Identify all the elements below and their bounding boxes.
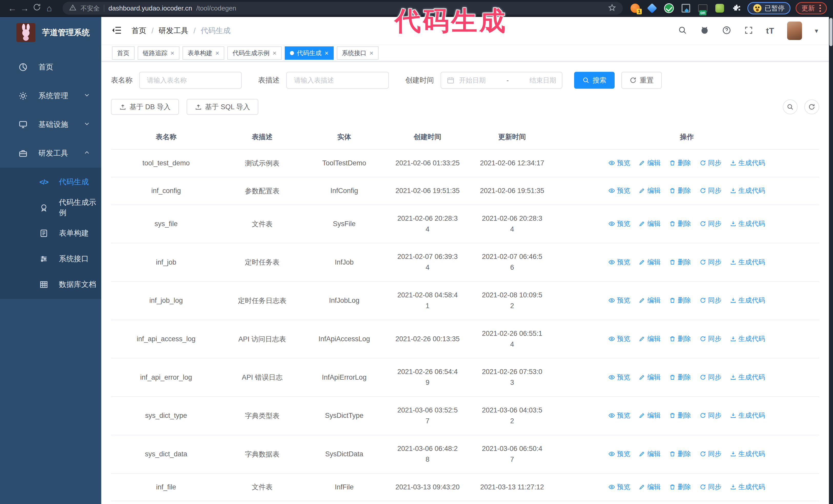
browser-back-icon[interactable]: ←: [6, 3, 19, 13]
tab-home[interactable]: 首页: [112, 46, 135, 60]
extensions-puzzle-icon[interactable]: [732, 3, 742, 13]
breadcrumb-home[interactable]: 首页: [132, 26, 146, 36]
sync-link[interactable]: 同步: [700, 258, 721, 267]
sidebar-item-devtools[interactable]: 研发工具: [0, 139, 101, 168]
edit-link[interactable]: 编辑: [639, 159, 661, 167]
avatar-caret-icon[interactable]: ▾: [815, 27, 818, 35]
breadcrumb-devtools[interactable]: 研发工具: [159, 26, 188, 36]
sync-link[interactable]: 同步: [700, 296, 721, 305]
generate-code-link[interactable]: 生成代码: [730, 296, 765, 305]
refresh-table-button[interactable]: [804, 99, 819, 114]
preview-link[interactable]: 预览: [609, 449, 630, 458]
close-icon[interactable]: ×: [272, 50, 276, 56]
delete-link[interactable]: 删除: [669, 159, 691, 167]
sidebar-item-system[interactable]: 系统管理: [0, 81, 101, 110]
sidebar-item-codegen[interactable]: </> 代码生成: [0, 169, 101, 195]
preview-link[interactable]: 预览: [609, 258, 630, 267]
sync-link[interactable]: 同步: [700, 482, 721, 491]
generate-code-link[interactable]: 生成代码: [730, 449, 765, 458]
edit-link[interactable]: 编辑: [639, 449, 661, 458]
preview-link[interactable]: 预览: [609, 482, 630, 491]
toggle-search-button[interactable]: [783, 99, 798, 114]
edit-link[interactable]: 编辑: [639, 482, 661, 491]
extension-check-icon[interactable]: [664, 3, 674, 13]
sidebar-fold-icon[interactable]: [112, 25, 122, 37]
address-bar[interactable]: 不安全 dashboard.yudao.iocoder.cn /tool/cod…: [63, 2, 623, 15]
close-icon[interactable]: ×: [170, 50, 174, 56]
generate-code-link[interactable]: 生成代码: [730, 258, 765, 267]
browser-forward-icon[interactable]: →: [19, 3, 31, 13]
help-icon[interactable]: [722, 26, 731, 36]
preview-link[interactable]: 预览: [609, 159, 630, 167]
date-range-picker[interactable]: 开始日期 - 结束日期: [441, 72, 562, 89]
sync-link[interactable]: 同步: [700, 449, 721, 458]
url-host[interactable]: dashboard.yudao.iocoder.cn: [109, 4, 192, 12]
delete-link[interactable]: 删除: [669, 296, 691, 305]
generate-code-link[interactable]: 生成代码: [730, 219, 765, 228]
sidebar-item-home[interactable]: 首页: [0, 53, 101, 81]
delete-link[interactable]: 删除: [669, 334, 691, 343]
sidebar-item-codegen-example[interactable]: 代码生成示例: [0, 195, 101, 220]
sync-link[interactable]: 同步: [700, 373, 721, 382]
page-scrollbar[interactable]: [829, 17, 833, 504]
delete-link[interactable]: 删除: [669, 186, 691, 195]
reset-button[interactable]: 重置: [621, 72, 662, 89]
delete-link[interactable]: 删除: [669, 258, 691, 267]
delete-link[interactable]: 删除: [669, 411, 691, 420]
browser-update-chip[interactable]: 更新: [795, 2, 827, 14]
table-name-input[interactable]: [139, 72, 242, 89]
extension-switch-icon[interactable]: on: [698, 3, 708, 13]
bookmark-star-icon[interactable]: [608, 4, 616, 13]
search-button[interactable]: 搜索: [574, 72, 615, 89]
close-icon[interactable]: ×: [370, 50, 374, 56]
sync-link[interactable]: 同步: [700, 334, 721, 343]
table-desc-input[interactable]: [286, 72, 389, 89]
edit-link[interactable]: 编辑: [639, 219, 661, 228]
edit-link[interactable]: 编辑: [639, 186, 661, 195]
generate-code-link[interactable]: 生成代码: [730, 411, 765, 420]
fullscreen-icon[interactable]: [744, 26, 753, 36]
generate-code-link[interactable]: 生成代码: [730, 482, 765, 491]
app-logo[interactable]: 芋道管理系统: [0, 17, 101, 48]
edit-link[interactable]: 编辑: [639, 334, 661, 343]
import-db-button[interactable]: 基于 DB 导入: [111, 99, 179, 115]
tab-codegen-example[interactable]: 代码生成示例 ×: [227, 46, 281, 60]
extension-grid-icon[interactable]: [681, 3, 691, 13]
edit-link[interactable]: 编辑: [639, 411, 661, 420]
user-avatar[interactable]: [787, 22, 802, 40]
tab-tracing[interactable]: 链路追踪 ×: [138, 46, 180, 60]
delete-link[interactable]: 删除: [669, 449, 691, 458]
extension-gem-icon[interactable]: [647, 3, 657, 13]
tab-codegen[interactable]: 代码生成 ×: [285, 46, 334, 60]
generate-code-link[interactable]: 生成代码: [730, 159, 765, 167]
extension-green-icon[interactable]: [715, 3, 725, 13]
sync-link[interactable]: 同步: [700, 411, 721, 420]
font-size-icon[interactable]: tT: [766, 26, 774, 35]
generate-code-link[interactable]: 生成代码: [730, 373, 765, 382]
browser-menu-icon[interactable]: [819, 5, 821, 12]
extension-icon[interactable]: 1: [630, 3, 640, 13]
import-sql-button[interactable]: 基于 SQL 导入: [187, 99, 258, 115]
profile-paused-chip[interactable]: 已暂停: [747, 2, 790, 14]
sync-link[interactable]: 同步: [700, 219, 721, 228]
delete-link[interactable]: 删除: [669, 219, 691, 228]
edit-link[interactable]: 编辑: [639, 373, 661, 382]
sidebar-item-system-api[interactable]: 系统接口: [0, 246, 101, 272]
github-icon[interactable]: [700, 26, 709, 36]
sync-link[interactable]: 同步: [700, 186, 721, 195]
close-icon[interactable]: ×: [325, 50, 329, 56]
preview-link[interactable]: 预览: [609, 334, 630, 343]
tab-system-api[interactable]: 系统接口 ×: [337, 46, 379, 60]
preview-link[interactable]: 预览: [609, 186, 630, 195]
tab-form-builder[interactable]: 表单构建 ×: [183, 46, 224, 60]
edit-link[interactable]: 编辑: [639, 258, 661, 267]
preview-link[interactable]: 预览: [609, 373, 630, 382]
sync-link[interactable]: 同步: [700, 159, 721, 167]
sidebar-item-form-builder[interactable]: 表单构建: [0, 220, 101, 246]
search-icon[interactable]: [678, 26, 687, 36]
close-icon[interactable]: ×: [215, 50, 219, 56]
url-path[interactable]: /tool/codegen: [196, 4, 236, 12]
generate-code-link[interactable]: 生成代码: [730, 334, 765, 343]
sidebar-item-infra[interactable]: 基础设施: [0, 110, 101, 139]
edit-link[interactable]: 编辑: [639, 296, 661, 305]
